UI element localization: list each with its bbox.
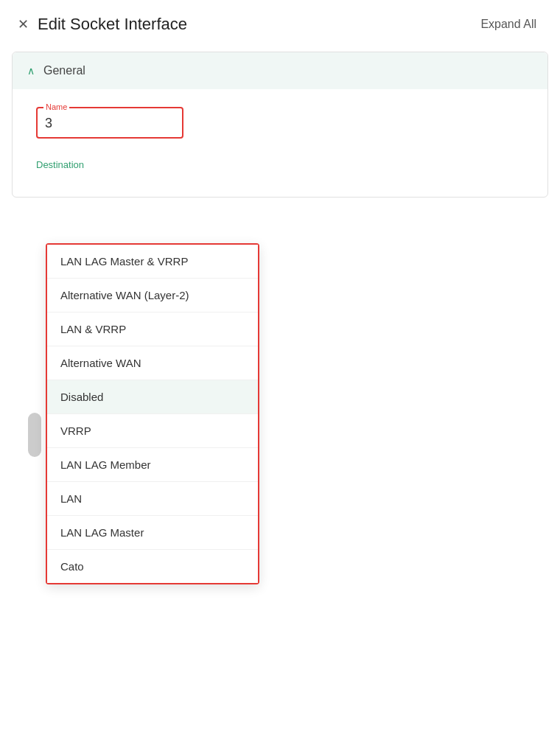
expand-all-button[interactable]: Expand All: [475, 15, 542, 34]
name-field-label: Name: [43, 102, 69, 111]
main-card: ∧ General Name 3 Destination: [12, 52, 548, 198]
header: ✕ Edit Socket Interface Expand All: [0, 0, 560, 46]
dropdown-item-cato[interactable]: Cato: [47, 550, 258, 583]
destination-dropdown[interactable]: LAN LAG Master & VRRP Alternative WAN (L…: [46, 243, 259, 584]
page-container: ✕ Edit Socket Interface Expand All ∧ Gen…: [0, 0, 560, 737]
scroll-indicator[interactable]: [28, 413, 41, 457]
close-icon[interactable]: ✕: [18, 18, 29, 31]
dropdown-item-vrrp[interactable]: VRRP: [47, 414, 258, 448]
name-field-value: 3: [45, 116, 175, 131]
dropdown-item-lan-lag-master[interactable]: LAN LAG Master: [47, 516, 258, 550]
name-field-wrapper[interactable]: Name 3: [36, 107, 183, 139]
dropdown-item-alt-wan[interactable]: Alternative WAN: [47, 346, 258, 380]
header-left: ✕ Edit Socket Interface: [18, 15, 187, 34]
dropdown-item-alt-wan-layer2[interactable]: Alternative WAN (Layer-2): [47, 279, 258, 312]
dropdown-item-lan-vrrp[interactable]: LAN & VRRP: [47, 312, 258, 346]
dropdown-item-lan-lag-member[interactable]: LAN LAG Member: [47, 448, 258, 482]
chevron-up-icon: ∧: [27, 65, 35, 77]
dropdown-item-lan-lag-master-vrrp[interactable]: LAN LAG Master & VRRP: [47, 245, 258, 279]
destination-label: Destination: [36, 159, 524, 170]
section-title: General: [43, 64, 85, 77]
dropdown-item-lan[interactable]: LAN: [47, 482, 258, 516]
section-content: Name 3 Destination: [13, 89, 547, 197]
name-field-group: Name 3: [36, 107, 183, 139]
dropdown-item-disabled[interactable]: Disabled: [47, 380, 258, 414]
page-title: Edit Socket Interface: [38, 15, 187, 34]
general-section-header[interactable]: ∧ General: [13, 52, 547, 89]
